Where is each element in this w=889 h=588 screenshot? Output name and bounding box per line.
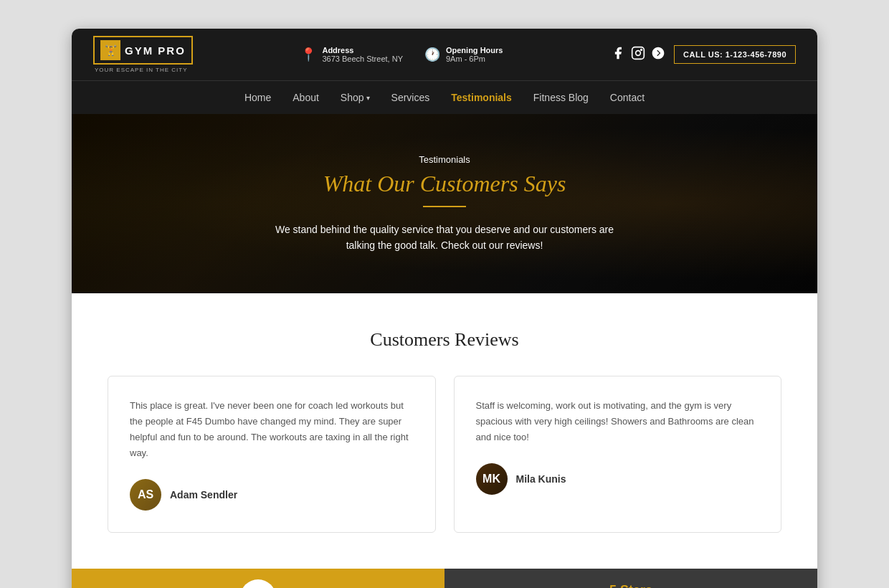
nav-services[interactable]: Services: [391, 92, 430, 103]
top-right: CALL US: 1-123-456-7890: [611, 45, 796, 64]
shop-label: Shop: [341, 92, 364, 103]
instagram-icon[interactable]: [631, 46, 645, 64]
review-text-1: This place is great. I've never been one…: [130, 398, 414, 461]
nav-shop[interactable]: Shop ▾: [341, 92, 370, 103]
footer-stars-text: 5 Stars: [609, 583, 652, 588]
top-bar: 🏋 GYM PRO YOUR ESCAPE IN THE CITY 📍 Addr…: [72, 29, 817, 80]
yelp-icon[interactable]: [651, 46, 665, 64]
reviews-section: Customers Reviews This place is great. I…: [72, 293, 817, 569]
footer-preview: 🏋 5 Stars ★★★★★: [72, 569, 817, 588]
nav-home[interactable]: Home: [244, 92, 271, 103]
logo-tagline: YOUR ESCAPE IN THE CITY: [93, 67, 188, 73]
reviewer-name-1: Adam Sendler: [170, 489, 237, 501]
nav-fitness-blog[interactable]: Fitness Blog: [533, 92, 589, 103]
footer-logo-icon: 🏋: [240, 579, 276, 588]
review-text-2: Staff is welcoming, work out is motivati…: [476, 398, 760, 445]
reviews-grid: This place is great. I've never been one…: [108, 376, 781, 533]
address-info: 📍 Address 3673 Beech Street, NY: [300, 46, 403, 63]
hours-value: 9Am - 6Pm: [446, 54, 503, 63]
review-card-2: Staff is welcoming, work out is motivati…: [454, 376, 782, 533]
address-label: Address: [322, 46, 403, 54]
footer-right: 5 Stars ★★★★★: [444, 569, 817, 588]
call-button[interactable]: CALL US: 1-123-456-7890: [674, 45, 796, 64]
logo-icon: 🏋: [100, 40, 120, 60]
nav-testimonials[interactable]: Testimonials: [451, 92, 512, 103]
svg-rect-0: [632, 47, 645, 59]
nav-bar: Home About Shop ▾ Services Testimonials …: [72, 80, 817, 114]
hours-info: 🕐 Opening Hours 9Am - 6Pm: [424, 46, 503, 63]
shop-dropdown-arrow: ▾: [366, 94, 370, 102]
logo-box: 🏋 GYM PRO: [93, 36, 193, 65]
review-card-1: This place is great. I've never been one…: [108, 376, 436, 533]
hero-description: We stand behind the quality service that…: [265, 222, 624, 254]
hero-title: What Our Customers Says: [265, 171, 624, 197]
footer-left: 🏋: [72, 569, 444, 588]
hero-content: Testimonials What Our Customers Says We …: [265, 154, 624, 254]
hours-label: Opening Hours: [446, 46, 503, 54]
address-text-block: Address 3673 Beech Street, NY: [322, 46, 403, 63]
hero-eyebrow: Testimonials: [265, 154, 624, 165]
hero-divider: [423, 206, 466, 207]
address-value: 3673 Beech Street, NY: [322, 54, 403, 63]
svg-point-2: [641, 49, 642, 50]
nav-about[interactable]: About: [293, 92, 319, 103]
location-icon: 📍: [300, 47, 316, 62]
facebook-icon[interactable]: [611, 46, 625, 64]
reviews-title: Customers Reviews: [108, 329, 781, 351]
avatar-initials-2: MK: [476, 463, 508, 495]
hours-text-block: Opening Hours 9Am - 6Pm: [446, 46, 503, 63]
reviewer-name-2: Mila Kunis: [516, 473, 566, 485]
reviewer-avatar-1: AS: [130, 479, 161, 511]
nav-contact[interactable]: Contact: [610, 92, 645, 103]
reviewer-avatar-2: MK: [476, 463, 508, 495]
reviewer-2: MK Mila Kunis: [476, 463, 760, 495]
social-icons: [611, 46, 665, 64]
logo-area: 🏋 GYM PRO YOUR ESCAPE IN THE CITY: [93, 36, 193, 73]
avatar-initials-1: AS: [130, 479, 161, 511]
svg-point-1: [636, 50, 641, 55]
clock-icon: 🕐: [424, 47, 440, 62]
top-info: 📍 Address 3673 Beech Street, NY 🕐 Openin…: [300, 46, 503, 63]
browser-window: 🏋 GYM PRO YOUR ESCAPE IN THE CITY 📍 Addr…: [72, 29, 817, 588]
hero-section: Testimonials What Our Customers Says We …: [72, 114, 817, 293]
reviewer-1: AS Adam Sendler: [130, 479, 414, 511]
logo-text: GYM PRO: [125, 44, 186, 57]
